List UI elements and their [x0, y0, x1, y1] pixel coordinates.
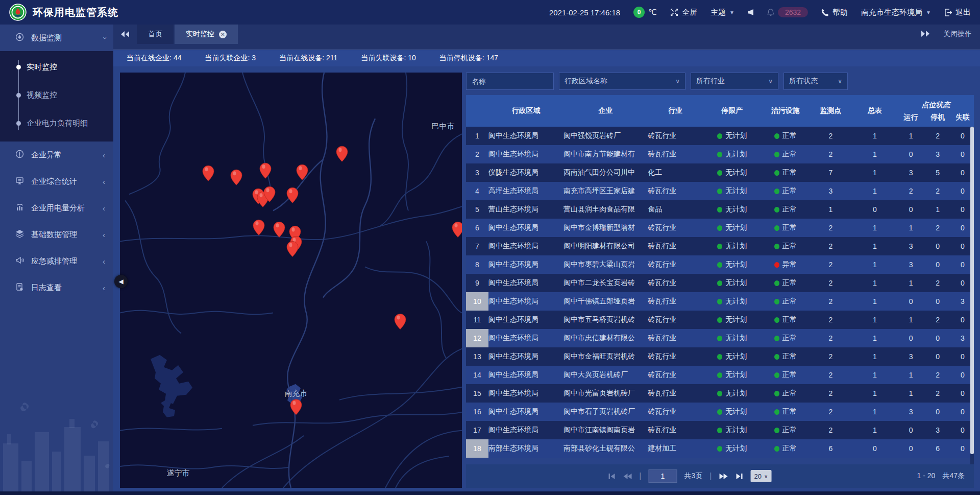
theme-menu[interactable]: 主题▼ — [710, 8, 734, 17]
next-page-button[interactable] — [719, 473, 728, 480]
table-row[interactable]: 16 阆中生态环境局 阆中市石子页岩机砖厂 砖瓦行业 无计划 正常 2 1 3 … — [466, 403, 974, 421]
map-collapse-button[interactable]: ◀ — [114, 275, 128, 288]
status-dot-icon — [774, 133, 779, 139]
total-pages-label: 共3页 — [684, 472, 703, 481]
chevron-icon: ‹ — [103, 230, 105, 239]
bullet-dot-icon — [16, 65, 21, 69]
sidebar-item-logs[interactable]: 日志查看 ‹ — [0, 274, 113, 301]
table-row[interactable]: 13 阆中生态环境局 阆中市金福旺页岩机砖 砖瓦行业 无计划 正常 2 1 3 … — [466, 347, 974, 366]
table-row[interactable]: 2 阆中生态环境局 阆中市南方节能建材有 砖瓦行业 无计划 正常 2 1 0 3… — [466, 145, 974, 163]
map-pin-icon[interactable] — [231, 170, 242, 185]
table-row[interactable]: 6 阆中生态环境局 阆中市金博瑞新型墙材 砖瓦行业 无计划 正常 2 1 1 2… — [466, 219, 974, 237]
status-dot-icon — [717, 354, 722, 360]
table-header: 行政区域 企业 行业 停限产 治污设施 监测点 总表 点位状态 运行 停机 — [466, 95, 974, 127]
content-area: ◀ — [113, 66, 980, 495]
chevron-icon: ‹ — [103, 151, 105, 159]
sidebar-item-enterprise-abnormal[interactable]: 企业异常 ‹ — [0, 142, 113, 168]
chevron-down-icon: ∨ — [764, 474, 768, 479]
industry-filter-select[interactable]: 所有行业∨ — [691, 73, 778, 90]
pagination-summary: 1 - 20共47条 — [917, 472, 965, 481]
table-row[interactable]: 7 阆中生态环境局 阆中明阳建材有限公司 砖瓦行业 无计划 正常 2 1 3 0… — [466, 237, 974, 255]
prev-page-button[interactable] — [623, 473, 632, 480]
mute-button[interactable] — [748, 9, 754, 16]
status-filter-select[interactable]: 所有状态∨ — [783, 73, 848, 90]
bell-icon — [767, 9, 774, 16]
sidebar-item-enterprise-stats[interactable]: 企业综合统计 ‹ — [0, 168, 113, 195]
sidebar-subitem[interactable]: 实时监控 — [0, 53, 113, 81]
table-row[interactable]: 12 阆中生态环境局 阆中市忠信建材有限公 砖瓦行业 无计划 正常 2 1 0 … — [466, 329, 974, 347]
stats-bar: 当前在线企业:44 当前失联企业:3 当前在线设备:211 当前失联设备:10 … — [113, 50, 980, 66]
map-pin-icon[interactable] — [395, 314, 406, 329]
table-row[interactable]: 4 高坪生态环境局 南充市高坪区王家店建 砖瓦行业 无计划 正常 3 1 2 2… — [466, 182, 974, 200]
map-canvas[interactable]: 巴中市南充市遂宁市 — [120, 73, 462, 488]
org-menu[interactable]: 南充市生态环境局▼ — [861, 8, 931, 17]
tab[interactable]: 首页 — [137, 25, 174, 44]
map-city-label: 巴中市 — [432, 122, 455, 130]
sidebar-watermark — [0, 398, 113, 495]
doc-icon — [15, 282, 24, 293]
fullscreen-button[interactable]: 全屏 — [670, 8, 697, 17]
close-operations-button[interactable]: 关闭操作 — [943, 30, 972, 39]
table-row[interactable]: 17 阆中生态环境局 阆中市江南镇阆南页岩 砖瓦行业 无计划 正常 2 1 0 … — [466, 421, 974, 439]
status-dot-icon — [774, 225, 779, 231]
map-pin-icon[interactable] — [336, 146, 348, 161]
sidebar-item-base-data[interactable]: 基础数据管理 ‹ — [0, 221, 113, 248]
map-pin-icon[interactable] — [203, 166, 214, 181]
last-page-button[interactable] — [735, 473, 743, 480]
chevron-icon: ‹ — [103, 204, 105, 213]
sidebar-subitem[interactable]: 企业电力负荷明细 — [0, 109, 113, 137]
tab-close-icon[interactable]: ✕ — [219, 31, 227, 38]
notifications[interactable]: 2632 — [767, 7, 808, 17]
sidebar-subitem[interactable]: 视频监控 — [0, 81, 113, 109]
col-facility: 治污设施 — [762, 95, 810, 127]
name-filter-input[interactable] — [466, 73, 554, 90]
page-number-input[interactable] — [649, 469, 677, 483]
map-pin-icon[interactable] — [274, 222, 285, 237]
logout-icon — [944, 9, 952, 16]
bullet-dot-icon — [16, 93, 21, 98]
status-dot-icon — [774, 280, 779, 286]
first-page-button[interactable] — [607, 473, 616, 480]
table-row[interactable]: 3 仪陇生态环境局 西南油气田分公司川中 化工 无计划 正常 7 1 3 5 0 — [466, 163, 974, 182]
enterprise-table: 行政区域 企业 行业 停限产 治污设施 监测点 总表 点位状态 运行 停机 — [466, 95, 974, 488]
table-row[interactable]: 10 阆中生态环境局 阆中千佛镇五郎垭页岩 砖瓦行业 无计划 正常 2 1 0 … — [466, 292, 974, 311]
map-pin-icon[interactable] — [287, 241, 298, 256]
table-scrollbar[interactable] — [970, 127, 974, 464]
fullscreen-icon — [670, 8, 678, 16]
pagination-bar: | 共3页 | 20∨ — [466, 464, 974, 488]
status-dot-icon — [717, 152, 722, 157]
status-dot-icon — [717, 299, 722, 304]
col-limit: 停限产 — [703, 95, 762, 127]
col-industry: 行业 — [648, 95, 702, 127]
table-row[interactable]: 15 阆中生态环境局 阆中市光富页岩机砖厂 砖瓦行业 无计划 正常 2 1 1 … — [466, 384, 974, 403]
table-row[interactable]: 14 阆中生态环境局 阆中大兴页岩机砖厂 砖瓦行业 无计划 正常 2 1 1 2… — [466, 366, 974, 384]
gauge-icon — [15, 33, 24, 43]
megaphone-icon — [15, 256, 24, 266]
table-row[interactable]: 18 南部生态环境局 南部县砂化土砚有限公 建材加工 无计划 正常 6 0 0 … — [466, 439, 974, 458]
tabs-scroll-right-button[interactable] — [921, 30, 930, 39]
region-filter-select[interactable]: 行政区域名称∨ — [559, 73, 685, 90]
status-dot-icon — [774, 446, 779, 452]
col-company: 企业 — [564, 95, 648, 127]
sidebar-item-power-analysis[interactable]: 企业用电量分析 ‹ — [0, 195, 113, 221]
table-row[interactable]: 8 阆中生态环境局 阆中市枣碧大梁山页岩 砖瓦行业 无计划 异常 2 1 3 0… — [466, 255, 974, 274]
tab[interactable]: 实时监控 ✕ — [175, 25, 238, 44]
table-row[interactable]: 5 营山生态环境局 营山县润丰肉食品有限 食品 无计划 正常 1 0 0 1 0 — [466, 200, 974, 219]
map-pin-icon[interactable] — [253, 220, 264, 235]
sidebar-item-emergency[interactable]: 应急减排管理 ‹ — [0, 248, 113, 274]
col-meter: 总表 — [852, 95, 898, 127]
map-pin-icon[interactable] — [287, 187, 298, 203]
sidebar-item-data-monitor[interactable]: 数据监测 ‹ — [0, 25, 113, 51]
table-row[interactable]: 11 阆中生态环境局 阆中市五马桥页岩机砖 砖瓦行业 无计划 正常 2 1 1 … — [466, 311, 974, 329]
tabs-scroll-left-button[interactable] — [113, 25, 137, 44]
map-pin-icon[interactable] — [452, 222, 462, 237]
map-pin-icon[interactable] — [290, 399, 302, 415]
table-row[interactable]: 9 阆中生态环境局 阆中市二龙长宝页岩砖 砖瓦行业 无计划 正常 2 1 1 2… — [466, 274, 974, 292]
map-pin-icon[interactable] — [260, 163, 271, 178]
sidebar: 数据监测 ‹ 实时监控 视频监控 企业电力负荷明细 企业异常 ‹ 企业综合统计 … — [0, 25, 113, 495]
page-size-select[interactable]: 20∨ — [750, 470, 771, 482]
col-point-status-group: 点位状态 运行 停机 失联 — [898, 95, 974, 127]
help-button[interactable]: 帮助 — [821, 8, 848, 17]
logout-button[interactable]: 退出 — [944, 8, 971, 17]
table-row[interactable]: 1 阆中生态环境局 阆中强锐页岩砖厂 砖瓦行业 无计划 正常 2 1 1 2 0 — [466, 127, 974, 145]
